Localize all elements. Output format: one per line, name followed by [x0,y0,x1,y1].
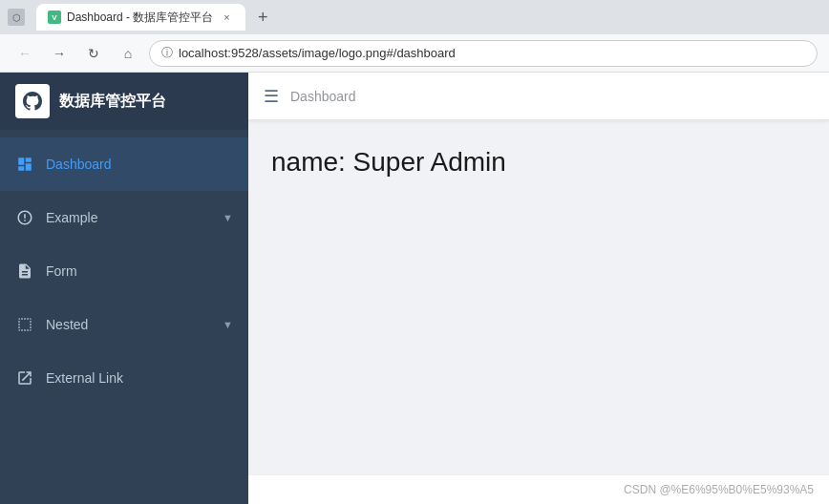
main-body: name: Super Admin [248,120,829,474]
sidebar-item-label: Dashboard [46,157,233,172]
new-tab-button[interactable]: + [249,4,276,31]
app-container: 数据库管控平台 Dashboard [0,73,829,504]
example-icon [15,208,34,227]
back-button[interactable]: ← [11,40,38,67]
tab-close-button[interactable]: × [219,10,234,25]
breadcrumb: Dashboard [290,89,356,104]
sidebar-header: 数据库管控平台 [0,73,248,130]
tab-title: Dashboard - 数据库管控平台 [67,10,213,26]
home-button[interactable]: ⌂ [115,40,141,67]
hamburger-icon[interactable]: ☰ [264,86,279,107]
tab-favicon: V [48,10,61,24]
navigation-bar: ← → ↻ ⌂ ⓘ localhost:9528/assets/image/lo… [0,34,829,73]
reload-button[interactable]: ↻ [80,40,107,67]
page-heading: name: Super Admin [271,143,806,180]
sidebar-item-dashboard[interactable]: Dashboard [0,137,248,191]
sidebar-title: 数据库管控平台 [59,92,166,112]
chevron-down-icon: ▼ [223,319,233,330]
sidebar-nav: Dashboard Example ▼ [0,130,248,504]
logo-icon [21,90,44,113]
footer-text: CSDN @%E6%95%B0%E5%93%A5 [624,483,814,496]
sidebar-item-external[interactable]: External Link [0,351,248,405]
chevron-down-icon: ▼ [223,212,233,223]
sidebar-logo [15,84,50,118]
main-footer: CSDN @%E6%95%B0%E5%93%A5 [248,474,829,504]
main-header: ☰ Dashboard [248,73,829,120]
sidebar-item-label: Nested [46,317,211,332]
dashboard-icon [15,155,34,174]
form-icon [15,262,34,281]
info-icon: ⓘ [161,45,173,61]
url-text: localhost:9528/assets/image/logo.png#/da… [179,46,805,60]
sidebar: 数据库管控平台 Dashboard [0,73,248,504]
sidebar-item-nested[interactable]: Nested ▼ [0,298,248,351]
nested-icon [15,315,34,334]
sidebar-item-example[interactable]: Example ▼ [0,191,248,244]
main-content: ☰ Dashboard name: Super Admin CSDN @%E6%… [248,73,829,504]
sidebar-item-label: External Link [46,370,233,386]
sidebar-item-form[interactable]: Form [0,244,248,298]
sidebar-item-label: Example [46,210,211,225]
forward-button[interactable]: → [46,40,73,67]
external-link-icon [15,368,34,388]
address-bar[interactable]: ⓘ localhost:9528/assets/image/logo.png#/… [149,40,818,67]
active-tab[interactable]: V Dashboard - 数据库管控平台 × [36,4,245,31]
sidebar-item-label: Form [46,263,233,279]
window-back-btn[interactable]: ⬡ [8,9,25,26]
